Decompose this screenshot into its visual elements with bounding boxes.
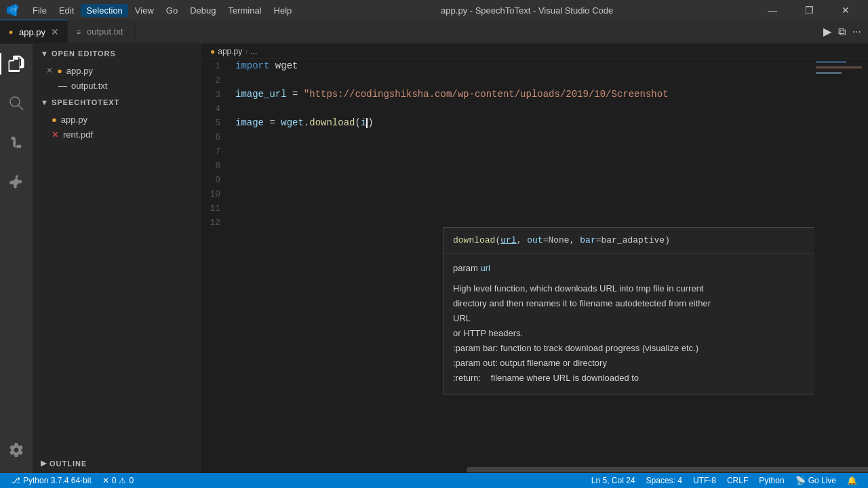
status-language[interactable]: Python	[753, 473, 789, 488]
sidebar-item-output-txt-open[interactable]: — output.txt	[33, 78, 201, 93]
status-spaces[interactable]: Spaces: 4	[641, 473, 688, 488]
code-line-11	[233, 201, 814, 216]
editor-area: ● app.py › ... 1 2 3 4 5 6 7 8 9 10 11 1…	[202, 44, 868, 473]
line-num-2: 2	[202, 73, 226, 87]
extensions-icon[interactable]	[0, 165, 33, 198]
tooltip-param-tag: param	[453, 263, 478, 273]
svg-line-1	[18, 105, 23, 110]
breadcrumb-more[interactable]: ...	[250, 47, 257, 56]
sidebar-item-rent-pdf[interactable]: ✕ rent.pdf	[33, 127, 201, 142]
sidebar: ▼ OPEN EDITORS ✕ ● app.py — output.txt ▼…	[33, 44, 202, 473]
source-control-icon[interactable]	[0, 126, 33, 159]
code-line-5: image = wget.download(i)	[233, 116, 814, 130]
close-button[interactable]: ✕	[830, 0, 861, 20]
status-python-version-text: Python 3.7.4 64-bit	[23, 476, 92, 485]
maximize-button[interactable]: ❐	[793, 0, 825, 20]
search-icon[interactable]	[0, 87, 33, 119]
status-go-live[interactable]: 📡 Go Live	[790, 473, 842, 488]
project-file-app-py: app.py	[61, 115, 87, 125]
line-numbers: 1 2 3 4 5 6 7 8 9 10 11 12	[202, 59, 233, 466]
sidebar-item-app-py-open[interactable]: ✕ ● app.py	[33, 63, 201, 78]
project-header[interactable]: ▼ SPEECHTOTEXT	[33, 93, 201, 112]
mini-line-3	[816, 66, 862, 68]
project-file-rent-pdf: rent.pdf	[63, 129, 93, 140]
open-editor-filename-output-txt: output.txt	[71, 81, 107, 91]
title-bar-left: File Edit Selection View Go Debug Termin…	[7, 4, 297, 17]
explorer-icon[interactable]	[0, 47, 33, 80]
menu-file[interactable]: File	[27, 4, 52, 17]
code-line-10	[233, 187, 814, 201]
breadcrumb-separator: ›	[245, 47, 248, 56]
window-controls: — ❐ ✕	[757, 0, 861, 20]
menu-bar: File Edit Selection View Go Debug Termin…	[27, 4, 297, 17]
minimap	[814, 59, 868, 466]
code-editor[interactable]: 1 2 3 4 5 6 7 8 9 10 11 12 import wget	[202, 59, 868, 466]
code-content[interactable]: import wget image_url = "https://codings…	[233, 59, 814, 466]
minimize-button[interactable]: —	[757, 0, 788, 20]
status-ln-col[interactable]: Ln 5, Col 24	[586, 473, 641, 488]
status-line-ending[interactable]: CRLF	[722, 473, 753, 488]
sidebar-spacer	[33, 142, 201, 453]
mini-line-1	[816, 61, 846, 63]
status-encoding[interactable]: UTF-8	[688, 473, 722, 488]
status-line-ending-text: CRLF	[727, 476, 748, 485]
open-editors-arrow-icon: ▼	[41, 49, 49, 58]
line-num-11: 11	[202, 201, 226, 216]
line-num-5: 5	[202, 116, 226, 130]
menu-terminal[interactable]: Terminal	[222, 4, 267, 17]
breadcrumb-filename[interactable]: app.py	[218, 47, 242, 56]
tab-app-py[interactable]: ● app.py ✕	[0, 20, 68, 43]
status-spaces-text: Spaces: 4	[646, 476, 682, 485]
line-num-9: 9	[202, 173, 226, 187]
line-num-1: 1	[202, 59, 226, 73]
mini-line-5	[816, 72, 842, 74]
horizontal-scrollbar[interactable]	[202, 466, 868, 473]
menu-edit[interactable]: Edit	[54, 4, 79, 17]
tooltip-param-label: param url	[453, 262, 814, 276]
status-notification[interactable]: 🔔	[842, 473, 863, 488]
svg-point-0	[10, 97, 20, 106]
activity-bar	[0, 44, 33, 473]
source-control-status-icon: ⎇	[11, 476, 20, 485]
tab-close-app-py[interactable]: ✕	[50, 26, 60, 37]
code-line-3: image_url = "https://codingshiksha.com/w…	[233, 87, 814, 102]
breadcrumb-py-icon: ●	[210, 47, 215, 56]
status-python-version[interactable]: ⎇ Python 3.7.4 64-bit	[5, 473, 97, 488]
status-language-text: Python	[759, 476, 784, 485]
settings-icon[interactable]	[0, 434, 33, 466]
antenna-icon: 📡	[795, 476, 806, 485]
tab-output-txt[interactable]: ≡ output.txt	[68, 20, 136, 43]
project-label: SPEECHTOTEXT	[52, 98, 119, 106]
menu-go[interactable]: Go	[161, 4, 183, 17]
tooltip-hover: download(url, out=None, bar=bar_adaptive…	[443, 227, 814, 394]
main-layout: ▼ OPEN EDITORS ✕ ● app.py — output.txt ▼…	[0, 44, 868, 473]
tab-run-area: ▶ ⧉ ···	[823, 20, 868, 43]
menu-selection[interactable]: Selection	[81, 4, 127, 17]
sidebar-item-app-py[interactable]: ● app.py	[33, 112, 201, 127]
split-editor-button[interactable]: ⧉	[838, 26, 846, 38]
open-editor-filename-app-py: app.py	[66, 66, 93, 76]
more-actions-button[interactable]: ···	[852, 26, 861, 38]
text-file-icon: ≡	[75, 28, 83, 36]
scrollbar-thumb[interactable]	[467, 467, 868, 472]
window-title: app.py - SpeechToText - Visual Studio Co…	[441, 5, 613, 16]
run-button[interactable]: ▶	[823, 25, 831, 38]
status-bar: ⎇ Python 3.7.4 64-bit ✕ 0 ⚠ 0 Ln 5, Col …	[0, 473, 868, 488]
line-num-3: 3	[202, 87, 226, 102]
status-errors-count: 0	[112, 476, 117, 485]
status-errors[interactable]: ✕ 0 ⚠ 0	[97, 473, 139, 488]
line-num-10: 10	[202, 187, 226, 201]
python-file-icon: ●	[7, 28, 15, 36]
breadcrumb: ● app.py › ...	[202, 44, 868, 59]
menu-view[interactable]: View	[130, 4, 159, 17]
menu-help[interactable]: Help	[269, 4, 298, 17]
menu-debug[interactable]: Debug	[184, 4, 221, 17]
outline-header[interactable]: ▶ OUTLINE	[33, 453, 201, 473]
line-num-12: 12	[202, 216, 226, 230]
line-num-8: 8	[202, 159, 226, 173]
python-icon: ●	[57, 66, 62, 76]
open-editors-header[interactable]: ▼ OPEN EDITORS	[33, 44, 201, 63]
status-go-live-text: Go Live	[808, 476, 836, 485]
line-num-7: 7	[202, 144, 226, 159]
close-open-editor-icon[interactable]: ✕	[46, 66, 53, 75]
